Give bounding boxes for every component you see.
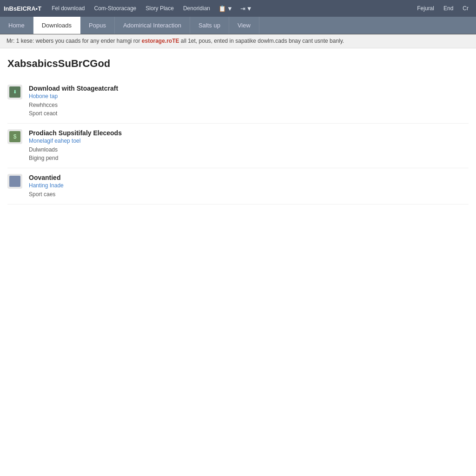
feature-icon-2: $ xyxy=(7,129,22,144)
app-logo: InBsEICRA•T xyxy=(4,5,41,12)
money-icon: $ xyxy=(9,131,20,142)
info-bar: Mr: 1 kese: webers you caads for any end… xyxy=(0,34,476,48)
feature-icon-3 xyxy=(7,174,22,189)
toolbar-item-denoridian[interactable]: Denoridian xyxy=(179,3,214,13)
tab-downloads[interactable]: Downloads xyxy=(33,17,80,34)
feature-sub-2-line1: Dulwnloads xyxy=(29,145,469,154)
grid-icon xyxy=(9,176,20,187)
toolbar-item-end[interactable]: End xyxy=(440,3,457,13)
info-highlight: estorage.roTE xyxy=(142,38,179,44)
icon-button-2[interactable]: ⇥ ▼ xyxy=(238,3,255,14)
tab-adomirical-interaction[interactable]: Adomirical Interaction xyxy=(115,17,190,34)
dropdown-arrow-2: ▼ xyxy=(246,5,252,12)
toolbar-item-fejural[interactable]: Fejural xyxy=(413,3,438,13)
page-title: XabsabicsSuBrCGod xyxy=(7,58,469,70)
feature-sub-1-line1: Rewhhcces xyxy=(29,101,469,109)
info-text-before: Mr: 1 kese: webers you caads for any end… xyxy=(7,38,142,44)
feature-link-3[interactable]: Hanting Inade xyxy=(29,182,469,189)
tab-view[interactable]: View xyxy=(229,17,259,34)
download-icon: ⬇ xyxy=(9,86,20,98)
feature-sub-2-line2: Biging pend xyxy=(29,154,469,162)
feature-item-1: ⬇ Download with Stoageatcraft Hobone tap… xyxy=(7,79,469,124)
feature-title-1: Download with Stoageatcraft xyxy=(29,85,469,92)
tab-home[interactable]: Home xyxy=(0,17,33,34)
feature-list: ⬇ Download with Stoageatcraft Hobone tap… xyxy=(7,79,469,205)
feature-item-2: $ Prodiach Supsitifaly Eleceods Monelagi… xyxy=(7,124,469,168)
nav-icon: ⇥ xyxy=(240,5,245,12)
feature-icon-1: ⬇ xyxy=(7,85,22,99)
feature-text-2: Prodiach Supsitifaly Eleceods Monelagif … xyxy=(29,129,469,162)
toolbar-item-com-storage[interactable]: Com-Stooracage xyxy=(91,3,140,13)
info-text-after: all 1et, pous, ented in sapatike dowlm.c… xyxy=(179,38,344,44)
tab-popus[interactable]: Popus xyxy=(80,17,115,34)
toolbar-item-slory-place[interactable]: Slory Place xyxy=(142,3,178,13)
calendar-icon: 📋 xyxy=(218,5,226,12)
toolbar-item-fel-download[interactable]: Fel download xyxy=(48,3,88,13)
dropdown-arrow-1: ▼ xyxy=(227,5,233,12)
feature-title-2: Prodiach Supsitifaly Eleceods xyxy=(29,129,469,137)
feature-sub-3-line1: Sport caes xyxy=(29,190,469,198)
icon-button-1[interactable]: 📋 ▼ xyxy=(216,3,236,14)
feature-link-2[interactable]: Monelagif eahep toel xyxy=(29,138,469,144)
feature-item-3: Oovantied Hanting Inade Sport caes xyxy=(7,168,469,205)
feature-link-1[interactable]: Hobone tap xyxy=(29,93,469,99)
feature-text-1: Download with Stoageatcraft Hobone tap R… xyxy=(29,85,469,118)
main-content: XabsabicsSuBrCGod ⬇ Download with Stoage… xyxy=(0,48,476,214)
toolbar: InBsEICRA•T Fel download Com-Stooracage … xyxy=(0,0,476,17)
toolbar-item-cr[interactable]: Cr xyxy=(459,3,472,13)
feature-text-3: Oovantied Hanting Inade Sport caes xyxy=(29,174,469,198)
tab-salts-up[interactable]: Salts up xyxy=(190,17,229,34)
feature-sub-1-line2: Sport ceaot xyxy=(29,109,469,118)
feature-title-3: Oovantied xyxy=(29,174,469,181)
tab-navigation: Home Downloads Popus Adomirical Interact… xyxy=(0,17,476,34)
